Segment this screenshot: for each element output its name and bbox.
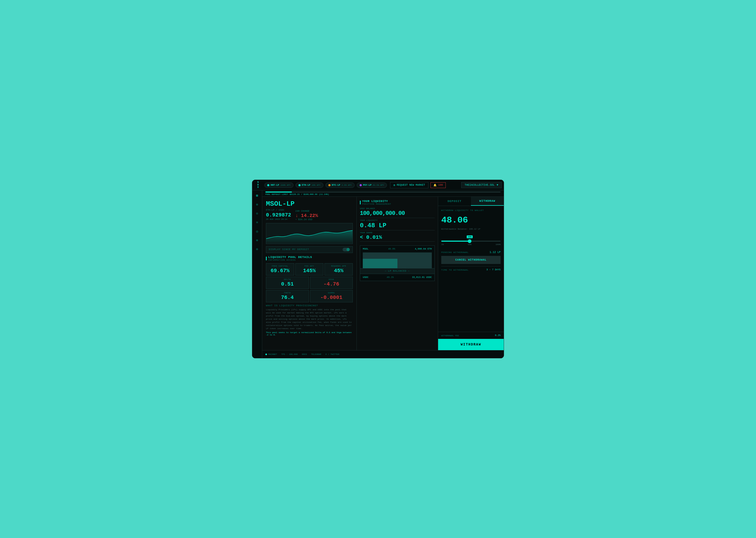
slider-max: 100% xyxy=(496,243,500,245)
limit-current: $5120.21 / $100,000.00 xyxy=(290,193,317,195)
pool-dot-psy xyxy=(359,184,362,186)
sidebar-icon-circle[interactable]: ⊙ xyxy=(255,211,260,216)
slider-container: 48% 1% 50% 100% xyxy=(441,234,500,245)
chart-svg xyxy=(266,223,353,244)
cancel-withdrawal-button[interactable]: CANCEL WITHDRAWAL xyxy=(441,256,500,264)
info-section: WHAT IS LIQUIDITY PROVISIONING? Liquidit… xyxy=(266,304,353,336)
slider-min: 1% xyxy=(441,243,444,245)
sidebar-icon-person[interactable]: ⊜ xyxy=(255,247,260,252)
withdrawable-balance: Withdrawable Balance: 100.12 LP xyxy=(441,228,500,230)
left-panel: MSOL-LP ETH-LP / USDC 0.929872 26 AUG 20… xyxy=(262,197,357,350)
pool-tab-eth-name: ETH-LP xyxy=(302,184,310,187)
divider-1 xyxy=(360,218,435,218)
price-value: 0.929872 xyxy=(266,212,291,218)
pool-tab-hnt[interactable]: HNT-LP 150% APY xyxy=(264,183,294,188)
pool-tab-hnt-apy: 150% APY xyxy=(280,184,290,186)
deposit-tab[interactable]: DEPOSIT xyxy=(438,197,471,206)
price-row: ETH-LP / USDC 0.929872 26 AUG 2023 20:34… xyxy=(266,209,353,221)
pool-details-subtitle: INFORMATION ACCESS xyxy=(268,259,312,261)
price-group: ETH-LP / USDC 0.929872 26 AUG 2023 20:34 xyxy=(266,209,291,221)
twitter-link[interactable]: X / TWITTER xyxy=(325,353,339,355)
slider-labels: 1% 50% 100% xyxy=(441,243,500,245)
plus-icon: ⊞ xyxy=(394,184,395,187)
your-share-label: YOUR SHARE xyxy=(360,232,435,234)
score-value: 100 xyxy=(438,184,443,187)
wallet-label: THEIACOLLECTIVE.SOL xyxy=(465,184,495,187)
comp-row-bottom: USDC 49.1% 33,013.01 USDC xyxy=(360,274,435,281)
stats-grid-bot: THETA 76.4 GAMMA -0.0001 xyxy=(266,290,353,302)
lp-balanced-label: → LP BALANCED ← xyxy=(360,268,435,274)
comp-bar-green xyxy=(363,259,398,268)
comp-token1-val: 4,000.04 ETH xyxy=(415,248,432,250)
price-chart xyxy=(266,223,353,244)
limit-label-text: POOL DEPOSIT LIMIT xyxy=(265,193,288,195)
chevron-down-icon: ▼ xyxy=(496,184,498,187)
slider-track: 48% xyxy=(441,241,500,242)
pool-dot-btc xyxy=(328,184,330,186)
pool-tab-btc-name: BTC-LP xyxy=(332,184,340,187)
pool-tab-psy[interactable]: PSY-LP 63.5% APY xyxy=(357,183,387,188)
pool-tab-btc-apy: 3.5% APY xyxy=(342,184,352,186)
wallet-selector[interactable]: THEIACOLLECTIVE.SOL ▼ xyxy=(461,182,502,188)
pool-tab-psy-apy: 63.5% APY xyxy=(373,184,384,186)
timestamp: 26 AUG 2023 20:34 xyxy=(266,218,291,220)
slider-thumb[interactable] xyxy=(468,239,471,243)
pool-tab-eth[interactable]: ETH-LP 10% APY xyxy=(296,183,323,188)
score-badge: 🔔 100 xyxy=(431,182,446,188)
docs-link[interactable]: DOCS xyxy=(302,353,307,355)
network-status: MAINNET xyxy=(265,353,277,355)
toggle-switch[interactable] xyxy=(343,248,350,251)
composition-box: MSOL 49.9% 4,000.04 ETH → LP BALANCED ← … xyxy=(360,245,435,281)
stat-vega: VEGA -4.76 xyxy=(310,277,353,289)
info-title: WHAT IS LIQUIDITY PROVISIONING? xyxy=(266,304,353,307)
slider-badge: 48% xyxy=(467,235,473,238)
stat-fee-apy: FEE APY 145% xyxy=(295,263,324,276)
withdraw-button[interactable]: WITHDRAW xyxy=(438,339,504,350)
slider-mid: 50% xyxy=(468,243,471,245)
comp-token1-pct: 49.9% xyxy=(388,248,395,250)
stat-delta: DELTA 0.51 xyxy=(266,277,309,289)
section-bar xyxy=(266,257,267,260)
bar-fill xyxy=(265,191,292,192)
sidebar-icon-ring[interactable]: ⊚ xyxy=(255,238,260,243)
sidebar-icon-bar[interactable]: ≡ xyxy=(255,220,260,225)
usd-approx: ~ $34.24 USD xyxy=(295,218,318,221)
sidebar-icon-cross[interactable]: ⊗ xyxy=(255,202,260,207)
stats-grid-mid: DELTA 0.51 VEGA -4.76 xyxy=(266,277,353,289)
network-dot xyxy=(265,353,267,355)
sidebar-icon-grid[interactable]: ⊞ xyxy=(255,193,260,198)
liquidity-section: YOUR LIQUIDITY POSITION MANAGEMENT USDC … xyxy=(360,200,435,243)
pool-details-title: LIQUIDITY POOL DETAILS xyxy=(268,256,312,259)
pool-tab-btc[interactable]: BTC-LP 3.5% APY xyxy=(325,183,354,188)
request-market-button[interactable]: ⊞ REQUEST NEW MARKET xyxy=(390,182,428,188)
network-label: MAINNET xyxy=(268,353,277,355)
comp-bar-dark xyxy=(398,262,432,268)
your-share-value: < 0.01% xyxy=(360,234,435,241)
time-label: TIME TO WITHDRAWAL xyxy=(441,269,469,271)
bar-track xyxy=(265,191,500,192)
usdc-balance-label: USDC BALANCE xyxy=(360,207,435,210)
comp-bar-area xyxy=(363,252,432,268)
info-highlight: This pool seeks to target a normalized D… xyxy=(266,331,353,336)
content-area: POOL DEPOSIT LIMIT $5120.21 / $100,000.0… xyxy=(262,190,504,358)
change-value: ↓ 14.22% xyxy=(295,213,318,218)
withdraw-amount: 48.06 xyxy=(441,215,500,225)
liq-section-bar xyxy=(360,201,361,204)
fee-value: 0.2% xyxy=(495,334,500,337)
middle-panel: YOUR LIQUIDITY POSITION MANAGEMENT USDC … xyxy=(357,197,438,350)
change-label: 24H CHANGE xyxy=(295,210,318,213)
withdraw-section-label: WITHDRAW LIQUIDITY TO WALLET xyxy=(441,209,500,211)
sidebar-icon-target[interactable]: ◎ xyxy=(255,229,260,234)
stat-theta: THETA 76.4 xyxy=(266,290,309,302)
stats-grid-top: FREE CAPITAL 69.67% FEE APY 145% REWARDS… xyxy=(266,263,353,276)
comp-row-top: MSOL 49.9% 4,000.04 ETH xyxy=(360,245,435,252)
spacer xyxy=(441,275,500,329)
change-group: 24H CHANGE ↓ 14.22% ~ $34.24 USD xyxy=(295,210,318,221)
withdraw-tab[interactable]: WITHDRAW xyxy=(471,197,504,206)
pool-tab-eth-apy: 10% APY xyxy=(311,184,320,186)
inner-layout: MSOL-LP ETH-LP / USDC 0.929872 26 AUG 20… xyxy=(262,197,504,350)
fee-label: WITHDRAWAL FEE xyxy=(441,334,459,337)
top-navigation: SDX HNT-LP 150% APY ETH-LP 10% APY BTC-L… xyxy=(252,180,504,190)
pool-tab-psy-name: PSY-LP xyxy=(363,184,371,187)
telegram-link[interactable]: TELEGRAM xyxy=(311,353,321,355)
